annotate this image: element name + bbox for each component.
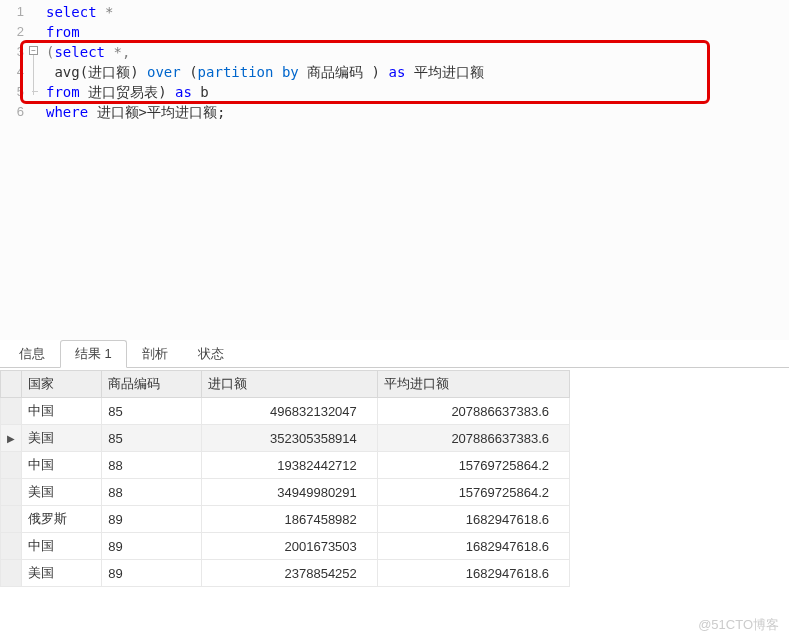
- column-header[interactable]: 平均进口额: [377, 371, 569, 398]
- tab-信息[interactable]: 信息: [4, 340, 60, 367]
- cell[interactable]: 1682947618.6: [377, 560, 569, 587]
- table-row[interactable]: 中国8920016735031682947618.6: [1, 533, 570, 560]
- row-indicator: ▶: [1, 425, 22, 452]
- fold-end-icon: [32, 91, 38, 92]
- code-line[interactable]: 5from 进口贸易表) as b: [0, 82, 789, 102]
- cell[interactable]: 美国: [22, 479, 102, 506]
- cell[interactable]: 美国: [22, 560, 102, 587]
- column-header[interactable]: 进口额: [202, 371, 377, 398]
- code-text[interactable]: where 进口额>平均进口额;: [30, 102, 225, 122]
- row-indicator: [1, 506, 22, 533]
- tab-剖析[interactable]: 剖析: [127, 340, 183, 367]
- line-number: 6: [0, 102, 30, 122]
- row-indicator: [1, 533, 22, 560]
- cell[interactable]: 34949980291: [202, 479, 377, 506]
- code-line[interactable]: 1select *: [0, 2, 789, 22]
- cell[interactable]: 15769725864.2: [377, 452, 569, 479]
- cell[interactable]: 88: [102, 479, 202, 506]
- watermark: @51CTO博客: [698, 616, 779, 634]
- cell[interactable]: 89: [102, 533, 202, 560]
- cell[interactable]: 中国: [22, 398, 102, 425]
- table-row[interactable]: 中国881938244271215769725864.2: [1, 452, 570, 479]
- table-row[interactable]: 俄罗斯8918674589821682947618.6: [1, 506, 570, 533]
- row-indicator: [1, 560, 22, 587]
- table-row[interactable]: 中国85496832132047207886637383.6: [1, 398, 570, 425]
- column-header[interactable]: 国家: [22, 371, 102, 398]
- results-grid: 国家商品编码进口额平均进口额 中国85496832132047207886637…: [0, 370, 570, 587]
- cell[interactable]: 19382442712: [202, 452, 377, 479]
- row-indicator: [1, 398, 22, 425]
- code-line[interactable]: 4 avg(进口额) over (partition by 商品编码 ) as …: [0, 62, 789, 82]
- cell[interactable]: 中国: [22, 452, 102, 479]
- cell[interactable]: 美国: [22, 425, 102, 452]
- cell[interactable]: 88: [102, 452, 202, 479]
- row-indicator: [1, 452, 22, 479]
- column-header[interactable]: 商品编码: [102, 371, 202, 398]
- line-number: 1: [0, 2, 30, 22]
- table-row[interactable]: ▶美国85352305358914207886637383.6: [1, 425, 570, 452]
- fold-guide: [33, 55, 34, 95]
- table-row[interactable]: 美国8923788542521682947618.6: [1, 560, 570, 587]
- cell[interactable]: 85: [102, 425, 202, 452]
- line-number: 4: [0, 62, 30, 82]
- cell[interactable]: 89: [102, 560, 202, 587]
- cell[interactable]: 15769725864.2: [377, 479, 569, 506]
- cell[interactable]: 496832132047: [202, 398, 377, 425]
- cell[interactable]: 2001673503: [202, 533, 377, 560]
- code-text[interactable]: avg(进口额) over (partition by 商品编码 ) as 平均…: [30, 62, 484, 82]
- table-row[interactable]: 美国883494998029115769725864.2: [1, 479, 570, 506]
- cell[interactable]: 352305358914: [202, 425, 377, 452]
- row-indicator: [1, 479, 22, 506]
- cell[interactable]: 1682947618.6: [377, 506, 569, 533]
- code-text[interactable]: (select *,: [30, 42, 130, 62]
- cell[interactable]: 207886637383.6: [377, 425, 569, 452]
- cell[interactable]: 85: [102, 398, 202, 425]
- row-indicator-header: [1, 371, 22, 398]
- line-number: 3−: [0, 42, 30, 62]
- code-line[interactable]: 3−(select *,: [0, 42, 789, 62]
- fold-toggle-icon[interactable]: −: [29, 46, 38, 55]
- tab-状态[interactable]: 状态: [183, 340, 239, 367]
- sql-editor[interactable]: 1select *2from3−(select *,4 avg(进口额) ove…: [0, 0, 789, 340]
- cell[interactable]: 89: [102, 506, 202, 533]
- cell[interactable]: 2378854252: [202, 560, 377, 587]
- cell[interactable]: 俄罗斯: [22, 506, 102, 533]
- cell[interactable]: 1682947618.6: [377, 533, 569, 560]
- result-tabs: 信息结果 1剖析状态: [0, 340, 789, 368]
- code-text[interactable]: select *: [30, 2, 113, 22]
- line-number: 2: [0, 22, 30, 42]
- code-line[interactable]: 6where 进口额>平均进口额;: [0, 102, 789, 122]
- line-number: 5: [0, 82, 30, 102]
- tab-结果 1[interactable]: 结果 1: [60, 340, 127, 368]
- code-line[interactable]: 2from: [0, 22, 789, 42]
- cell[interactable]: 207886637383.6: [377, 398, 569, 425]
- cell[interactable]: 中国: [22, 533, 102, 560]
- code-text[interactable]: from 进口贸易表) as b: [30, 82, 209, 102]
- cell[interactable]: 1867458982: [202, 506, 377, 533]
- code-text[interactable]: from: [30, 22, 80, 42]
